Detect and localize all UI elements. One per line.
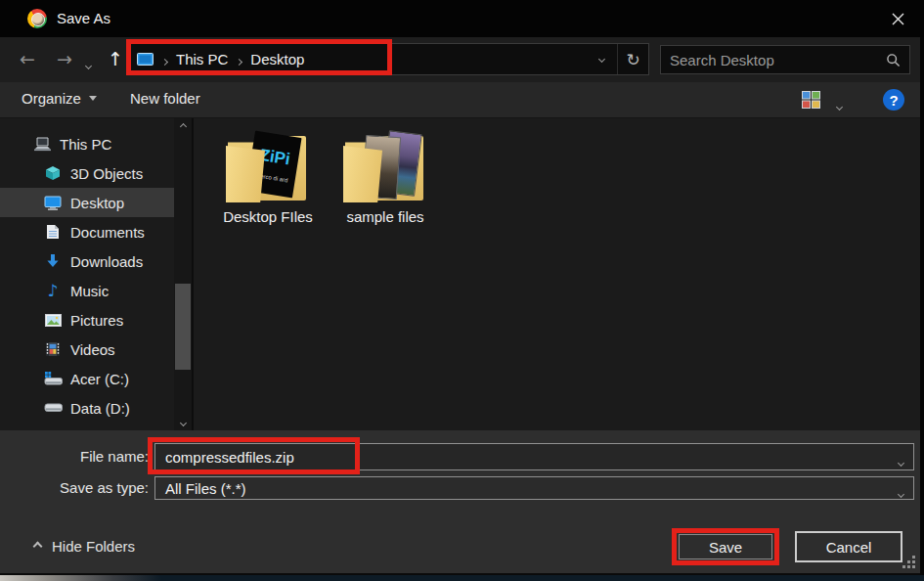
videos-icon <box>43 342 63 356</box>
view-options-chevron[interactable] <box>837 96 842 113</box>
help-button[interactable]: ? <box>883 89 904 111</box>
zip-folder-icon: ZiPi merco di ard <box>225 132 311 204</box>
resize-grip[interactable] <box>902 565 905 568</box>
hide-folders-label: Hide Folders <box>52 538 135 555</box>
title-bar: Save As <box>0 0 924 37</box>
recent-locations-chevron[interactable] <box>86 55 91 72</box>
file-label: sample files <box>330 208 440 225</box>
scrollbar-thumb[interactable] <box>175 284 191 370</box>
sidebar-item-label: This PC <box>60 136 111 153</box>
sidebar-scrollbar[interactable] <box>174 118 192 430</box>
sidebar-item-label: Desktop <box>70 195 124 211</box>
sidebar-item-label: Data (D:) <box>70 400 130 417</box>
refresh-button[interactable]: ↻ <box>617 44 648 74</box>
data-drive-icon <box>43 403 63 413</box>
breadcrumb-item-desktop[interactable]: Desktop <box>250 51 304 67</box>
sidebar-item-documents[interactable]: Documents <box>0 217 174 246</box>
file-tile-sample-files[interactable]: sample files <box>330 132 440 225</box>
new-folder-button[interactable]: New folder <box>130 90 200 107</box>
new-folder-label: New folder <box>130 90 200 107</box>
sidebar-item-videos[interactable]: Videos <box>0 335 174 364</box>
save-form: File name: Save as type: All Files (*.*) <box>0 430 924 509</box>
sidebar-item-downloads[interactable]: Downloads <box>0 246 174 276</box>
sidebar-item-label: Pictures <box>70 312 123 329</box>
pictures-icon <box>43 314 63 327</box>
organize-button[interactable]: Organize <box>22 90 97 107</box>
thumbnails-view-icon <box>802 91 820 109</box>
chevron-up-icon <box>33 542 43 552</box>
sidebar-item-label: Acer (C:) <box>70 371 129 387</box>
up-button[interactable]: ↑ <box>108 47 123 70</box>
save-as-dialog: Save As ← → ↑ This PC Desktop ↻ <box>0 0 924 581</box>
view-mode-button[interactable] <box>802 91 820 112</box>
sidebar-item-pictures[interactable]: Pictures <box>0 305 174 335</box>
system-drive-icon <box>43 372 63 385</box>
breadcrumb-item-this-pc[interactable]: This PC <box>176 51 228 67</box>
sidebar-item-label: Documents <box>70 224 145 241</box>
desktop-background-strip <box>0 575 924 581</box>
sidebar-item-drive-c[interactable]: Acer (C:) <box>0 364 174 393</box>
file-name-dropdown-button[interactable] <box>899 452 903 469</box>
file-name-label: File name: <box>0 448 149 465</box>
file-name-input[interactable] <box>155 444 884 469</box>
scroll-down-button[interactable] <box>174 415 192 430</box>
breadcrumb-separator-icon <box>162 51 167 68</box>
breadcrumb-separator-icon <box>237 51 242 68</box>
save-button[interactable]: Save <box>679 534 772 559</box>
address-bar[interactable]: This PC Desktop ↻ <box>127 43 649 75</box>
close-icon <box>892 13 904 25</box>
file-name-combobox <box>154 443 914 470</box>
back-button[interactable]: ← <box>20 47 35 70</box>
save-as-type-select[interactable]: All Files (*.*) <box>154 476 914 500</box>
desktop-background-highlight <box>0 575 161 581</box>
navigation-pane: This PC 3D Objects Desktop Documents <box>0 118 174 430</box>
search-box <box>660 45 910 74</box>
file-label: Desktop FIles <box>213 208 323 225</box>
sidebar-item-label: Downloads <box>70 253 143 270</box>
search-icon <box>886 53 901 67</box>
music-icon: ♪ <box>43 284 63 297</box>
cancel-button[interactable]: Cancel <box>795 531 902 562</box>
sidebar-item-this-pc[interactable]: This PC <box>0 129 174 158</box>
search-input[interactable] <box>661 46 909 73</box>
forward-button[interactable]: → <box>57 47 72 70</box>
sidebar-item-drive-d[interactable]: Data (D:) <box>0 393 174 423</box>
chevron-down-icon <box>89 96 97 101</box>
file-list: ZiPi merco di ard Desktop FIles sample f… <box>194 118 920 430</box>
sidebar-item-label: 3D Objects <box>70 165 143 182</box>
save-as-type-label: Save as type: <box>0 479 149 496</box>
sidebar-item-music[interactable]: ♪ Music <box>0 276 174 305</box>
documents-icon <box>43 224 63 240</box>
chrome-logo-icon <box>27 9 47 28</box>
window-title: Save As <box>57 10 110 26</box>
command-bar: Organize New folder ? <box>0 82 924 118</box>
save-as-type-dropdown-button[interactable] <box>899 483 903 500</box>
this-pc-icon <box>137 53 154 66</box>
save-as-type-value: All Files (*.*) <box>165 480 246 497</box>
window-border <box>920 37 924 575</box>
sidebar-item-label: Videos <box>70 341 115 358</box>
3d-objects-icon <box>43 165 63 181</box>
file-tile-desktop-files[interactable]: ZiPi merco di ard Desktop FIles <box>213 132 323 225</box>
navigation-bar: ← → ↑ This PC Desktop ↻ <box>0 37 924 82</box>
organize-label: Organize <box>22 90 81 107</box>
computer-icon <box>32 137 52 152</box>
hide-folders-button[interactable]: Hide Folders <box>34 538 135 555</box>
content-area: This PC 3D Objects Desktop Documents <box>0 118 924 430</box>
address-dropdown-button[interactable] <box>586 44 617 74</box>
sidebar-item-desktop[interactable]: Desktop <box>0 188 174 217</box>
dialog-footer: Hide Folders Save Cancel <box>0 509 924 575</box>
desktop-icon <box>43 196 63 210</box>
sidebar-item-label: Music <box>70 283 109 299</box>
picture-folder-icon <box>342 132 428 204</box>
scroll-up-button[interactable] <box>174 118 192 134</box>
downloads-icon <box>43 253 63 269</box>
sidebar-item-3d-objects[interactable]: 3D Objects <box>0 158 174 188</box>
close-button[interactable] <box>883 6 912 31</box>
